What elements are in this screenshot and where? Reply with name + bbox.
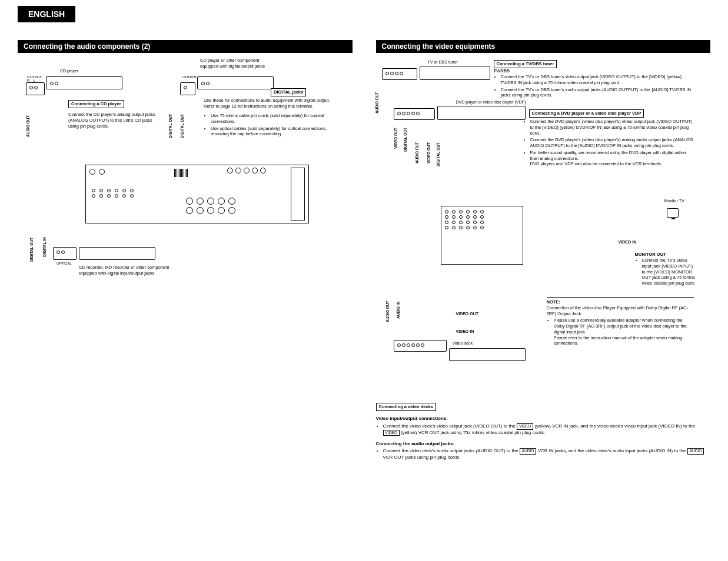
video-out-v1: VIDEO OUT (394, 121, 398, 156)
video-io-heading: Video input/output connections: (376, 416, 711, 422)
recorder-jack-block (53, 247, 77, 260)
digital-bullet-2: Use optical cables (sold separately) for… (211, 126, 333, 138)
audio-output-heading: Connecting the audio output jacks: (376, 441, 711, 448)
note-bullet: Please use a commercially available adap… (554, 318, 694, 346)
right-diagram: TV or DBS tuner DVD player or video disc… (376, 65, 711, 394)
dvd-player-label: DVD player or video disc player (VDP) (456, 100, 526, 104)
output-rl-label: OUTPUT R L (27, 75, 42, 82)
video-deck-jacks (394, 340, 447, 352)
dvd-device (437, 106, 526, 120)
output-label: OUTPUT (182, 75, 197, 79)
cd-output-jack-block (26, 82, 45, 95)
tv-dbs-bullet-1: Connect the TV's or DBS tuner's video ou… (501, 74, 694, 86)
dvd-box-wrap: Connecting a DVD player or a video disc … (529, 109, 644, 118)
bottom-text-section: Connecting a video decks Video input/out… (376, 403, 711, 461)
digital-output-jack-block (180, 82, 195, 95)
optical-label: OPTICAL (56, 262, 72, 265)
tv-dbs-box: Connecting a TV/DBS tuner (494, 60, 557, 68)
note-text-1: Connection of the video disc Player Equi… (547, 305, 694, 317)
video-io-text: Connect the video deck's video output ja… (383, 423, 711, 436)
dvd-bullet-2: Connect the DVD player's (video disc pla… (530, 137, 694, 149)
digital-out-v2: DIGITAL OUT (436, 135, 440, 173)
monitor-out-heading: MONITOR OUT (635, 252, 666, 258)
note-heading: NOTE: (547, 299, 694, 305)
dvd-box: Connecting a DVD player or a video disc … (529, 109, 644, 118)
video-out-label: VIDEO OUT (456, 312, 479, 316)
two-column-layout: Connecting the audio components (2) CD p… (18, 40, 710, 462)
video-decks-box: Connecting a video decks (376, 403, 437, 411)
audio-out-v2: AUDIO OUT (415, 135, 419, 171)
left-column: Connecting the audio components (2) CD p… (18, 40, 353, 462)
tv-icon (667, 208, 679, 218)
note-block: NOTE: Connection of the video disc Playe… (547, 297, 694, 348)
connecting-cd-box-wrap: Connecting a CD player (68, 100, 124, 108)
tv-dbs-bullets: Connect the TV's or DBS tuner's video ou… (494, 74, 694, 99)
dvd-bullets: Connect the DVD player's (video disc pla… (523, 119, 694, 168)
receiver-back-panel (85, 165, 309, 223)
digital-bullets: Use 75 /ohms cable pin cords (sold separ… (204, 113, 333, 138)
tv-dbs-jacks (382, 68, 417, 80)
language-tab: ENGLISH (18, 6, 75, 22)
audio-out-v3: AUDIO OUT (385, 294, 390, 329)
digital-component-desc: CD player or other component equipped wi… (200, 58, 277, 69)
cd-player-device (46, 76, 122, 89)
tv-dbs-device (420, 66, 490, 80)
monitor-tv-label: Monitor TV (664, 199, 684, 203)
recorder-device (79, 247, 155, 260)
digital-out-vlabel-1: DIGITAL OUT (168, 106, 172, 147)
tv-dbs-box-wrap: Connecting a TV/DBS tuner (494, 60, 557, 68)
recorder-caption: CD recorder, MD recorder or other compon… (79, 265, 185, 276)
dvd-jacks (394, 108, 435, 120)
audio-out-vlabel: AUDIO OUT (26, 109, 30, 144)
cd-player-label: CD player (60, 69, 78, 73)
digital-out-vlabel-3: DIGITAL OUT (29, 229, 34, 271)
dvd-bullet-1: Connect the DVD player's (video disc pla… (530, 119, 694, 136)
left-section-header: Connecting the audio components (2) (18, 40, 353, 53)
video-out-v2: VIDEO OUT (427, 135, 431, 171)
cd-instructions: Connect the CD player's analog output ja… (68, 112, 162, 129)
digital-jacks-box: DIGITAL jacks (271, 88, 306, 96)
audio-in-v: AUDIO IN (396, 294, 400, 326)
digital-out-vlabel-2: DIGITAL OUT (180, 106, 184, 147)
monitor-out-bullet-1: Connect the TV's video input jack (VIDEO… (642, 258, 697, 286)
manual-page: ENGLISH Connecting the audio components … (0, 0, 728, 468)
right-section-header: Connecting the video equipments (376, 40, 711, 53)
video-deck-device (449, 348, 526, 361)
audio-output-text: Connect the video deck's audio output ja… (383, 448, 711, 461)
tv-dbs-tuner-label: TV or DBS tuner (428, 60, 458, 64)
digital-bullet-1: Use 75 /ohms cable pin cords (sold separ… (211, 113, 333, 125)
receiver-right (441, 206, 523, 265)
digital-in-vlabel: DIGITAL IN (42, 229, 46, 265)
left-diagram: CD player OUTPUT R L CD player or other … (18, 65, 353, 300)
dvd-bullet-3: For better sound quality, we recommend u… (530, 150, 694, 167)
right-column: Connecting the video equipments TV or DB… (376, 40, 711, 462)
video-in-label: VIDEO IN (619, 240, 637, 244)
digital-component-device (197, 76, 274, 89)
audio-out-v1: AUDIO OUT (375, 85, 379, 121)
tv-dbs-heading: TV/DBS (494, 68, 510, 74)
digital-jacks-desc: Use these for connections to audio equip… (204, 98, 333, 109)
tv-dbs-bullet-2: Connect the TV's or DBS tuner's audio ou… (501, 87, 694, 99)
monitor-out-bullets: Connect the TV's video input jack (VIDEO… (635, 258, 697, 288)
digital-out-v1: DIGITAL OUT (403, 121, 407, 159)
video-in-label-2: VIDEO IN (456, 329, 474, 333)
video-deck-label: Video deck (453, 341, 473, 345)
connecting-cd-box: Connecting a CD player (68, 100, 124, 108)
digital-jacks-box-wrap: DIGITAL jacks (271, 88, 306, 96)
